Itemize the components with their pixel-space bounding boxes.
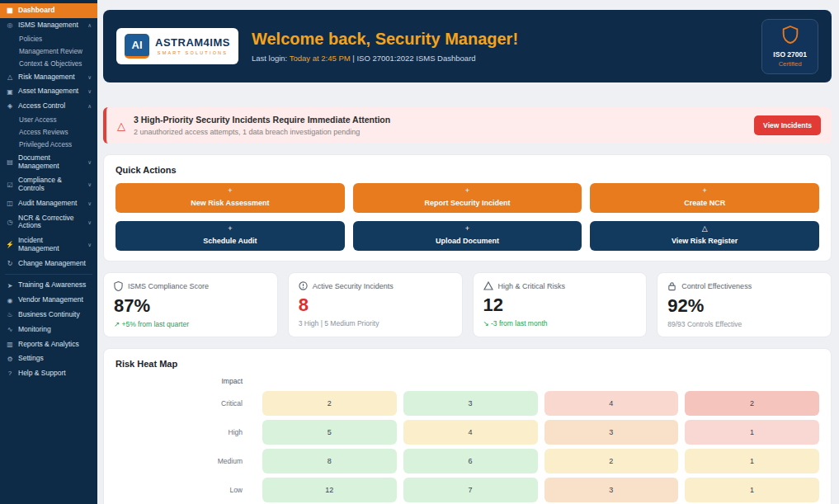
upload-document-button[interactable]: + Upload Document — [353, 221, 582, 251]
last-login-time: Today at 2:45 PM — [290, 54, 351, 63]
sidebar-item-ncr-corrective-actions[interactable]: ◷ NCR & Corrective Actions ∨ — [0, 211, 97, 234]
alert-icon: ⚡ — [6, 241, 14, 248]
new-risk-assessment-button[interactable]: + New Risk Assessment — [115, 183, 345, 213]
gear-icon: ⚙ — [6, 356, 14, 363]
plus-icon: + — [115, 224, 345, 233]
kpi-cards-row: ISMS Compliance Score 87% ↗ +5% from las… — [103, 272, 832, 337]
heatmap-cell[interactable]: 6 — [403, 449, 538, 473]
clock-icon: ◷ — [6, 219, 14, 226]
continuity-icon: ♨ — [6, 311, 14, 318]
lock-icon: ◈ — [6, 102, 14, 110]
sidebar-item-label: ISMS Management — [18, 21, 78, 30]
chevron-down-icon: ∨ — [87, 159, 92, 165]
sidebar-item-business-continuity[interactable]: ♨ Business Continuity — [0, 308, 97, 323]
heatmap-cell[interactable]: 8 — [262, 449, 397, 473]
last-login-text: Last login: Today at 2:45 PM | ISO 27001… — [252, 54, 518, 63]
sidebar-item-label: Access Control — [18, 102, 65, 111]
heatmap-cell[interactable]: 3 — [544, 420, 679, 445]
heatmap-row-label-low: Low — [115, 486, 256, 494]
alert-title: 3 High-Priority Security Incidents Requi… — [134, 115, 390, 125]
view-risk-register-button[interactable]: △ View Risk Register — [590, 221, 819, 251]
sidebar-item-user-access[interactable]: User Access — [0, 114, 97, 126]
sidebar-item-label: NCR & Corrective Actions — [18, 214, 83, 231]
sidebar-item-audit-management[interactable]: ◫ Audit Management ∨ — [0, 196, 97, 211]
sidebar-item-dashboard[interactable]: ▦ Dashboard — [0, 3, 97, 18]
sidebar: ▦ Dashboard ◎ ISMS Management ∧ Policies… — [0, 0, 97, 504]
heatmap-cell[interactable]: 4 — [403, 420, 538, 445]
warning-triangle-icon: △ — [117, 120, 125, 132]
people-icon: ◉ — [6, 297, 14, 304]
sidebar-item-label: Help & Support — [18, 370, 66, 378]
schedule-audit-button[interactable]: + Schedule Audit — [115, 221, 345, 251]
logo-text: ASTRAM4IMS — [155, 37, 230, 48]
main-content: AI ASTRAM4IMS SMART SOLUTIONS Welcome ba… — [97, 0, 839, 504]
sidebar-item-settings[interactable]: ⚙ Settings — [0, 351, 97, 366]
page-title: Welcome back, Security Manager! — [252, 30, 518, 49]
checklist-icon: ☑ — [6, 181, 14, 189]
sidebar-item-isms-management[interactable]: ◎ ISMS Management ∧ — [0, 18, 97, 33]
button-label: View Risk Register — [672, 237, 738, 245]
heatmap-row-label-medium: Medium — [115, 457, 256, 465]
triangle-icon: △ — [590, 224, 819, 233]
stat-sub-text: 3 High | 5 Medium Priority — [299, 319, 452, 327]
heatmap-cell[interactable]: 1 — [685, 449, 819, 473]
document-icon: ▤ — [6, 158, 14, 166]
report-security-incident-button[interactable]: + Report Security Incident — [353, 183, 582, 213]
heatmap-cell[interactable]: 1 — [685, 420, 819, 445]
trend-down-icon: ↘ — [483, 319, 489, 327]
heatmap-cell[interactable]: 4 — [544, 391, 679, 416]
heatmap-cell[interactable]: 2 — [262, 391, 397, 416]
sidebar-item-access-control[interactable]: ◈ Access Control ∧ — [0, 99, 97, 114]
sidebar-item-access-reviews[interactable]: Access Reviews — [0, 126, 97, 139]
heatmap-cell[interactable]: 7 — [403, 478, 538, 502]
heatmap-cell[interactable]: 2 — [685, 391, 819, 416]
sidebar-item-document-management[interactable]: ▤ Document Management ∨ — [0, 151, 97, 174]
sidebar-item-asset-management[interactable]: ▣ Asset Management ∨ — [0, 84, 97, 99]
heatmap-cell[interactable]: 3 — [403, 391, 538, 416]
control-effectiveness-card: Control Effectiveness 92% 89/93 Controls… — [657, 272, 832, 337]
heatmap-cell[interactable]: 3 — [544, 478, 679, 502]
button-label: Schedule Audit — [203, 237, 257, 245]
plus-icon: + — [115, 186, 345, 195]
warning-triangle-icon — [483, 281, 493, 290]
heatmap-cell[interactable]: 2 — [544, 449, 679, 473]
dashboard-subtitle: | ISO 27001:2022 ISMS Dashboard — [352, 54, 475, 63]
sidebar-item-policies[interactable]: Policies — [0, 33, 97, 45]
heatmap-axis-label: Impact — [115, 377, 256, 387]
heatmap-cell[interactable]: 12 — [262, 478, 397, 502]
stat-label: Active Security Incidents — [313, 282, 394, 290]
sidebar-item-reports-analytics[interactable]: ▥ Reports & Analytics — [0, 337, 97, 352]
stat-trend: ↗ +5% from last quarter — [114, 320, 267, 328]
sidebar-item-incident-management[interactable]: ⚡ Incident Management ∨ — [0, 233, 97, 257]
view-incidents-button[interactable]: View Incidents — [754, 115, 821, 135]
sidebar-item-vendor-management[interactable]: ◉ Vendor Management — [0, 293, 97, 308]
sidebar-item-change-management[interactable]: ↻ Change Management — [0, 257, 97, 271]
quick-actions-grid: + New Risk Assessment + Report Security … — [115, 183, 819, 251]
stat-trend: ↘ -3 from last month — [483, 319, 637, 327]
target-icon: ◎ — [6, 21, 14, 29]
sidebar-item-label: Training & Awareness — [18, 281, 86, 290]
sidebar-item-monitoring[interactable]: ∿ Monitoring — [0, 323, 97, 337]
heatmap-cell[interactable]: 1 — [685, 478, 819, 502]
shield-icon — [114, 281, 123, 291]
sidebar-item-context-objectives[interactable]: Context & Objectives — [0, 58, 97, 70]
sidebar-item-label: Asset Management — [18, 87, 78, 96]
sidebar-item-privileged-access[interactable]: Privileged Access — [0, 139, 97, 151]
sidebar-item-training-awareness[interactable]: ➤ Training & Awareness — [0, 278, 97, 293]
send-icon: ➤ — [6, 282, 14, 290]
sidebar-item-compliance-controls[interactable]: ☑ Compliance & Controls ∨ — [0, 173, 97, 196]
sidebar-item-help-support[interactable]: ? Help & Support — [0, 366, 97, 381]
activity-icon: ∿ — [6, 326, 14, 333]
sidebar-item-risk-management[interactable]: △ Risk Management ∨ — [0, 70, 97, 85]
sidebar-item-label: Settings — [18, 355, 44, 363]
chevron-down-icon: ∨ — [87, 181, 92, 187]
create-ncr-button[interactable]: + Create NCR — [590, 183, 819, 213]
sidebar-item-label: Risk Management — [18, 73, 75, 82]
lock-icon — [667, 281, 676, 291]
sidebar-item-management-review[interactable]: Management Review — [0, 45, 97, 58]
warning-triangle-icon: △ — [6, 73, 14, 81]
badge-subtitle: Certified — [773, 60, 807, 68]
heatmap-cell[interactable]: 5 — [262, 420, 397, 445]
button-label: Report Security Incident — [424, 199, 510, 207]
active-incidents-card: Active Security Incidents 8 3 High | 5 M… — [288, 272, 463, 337]
